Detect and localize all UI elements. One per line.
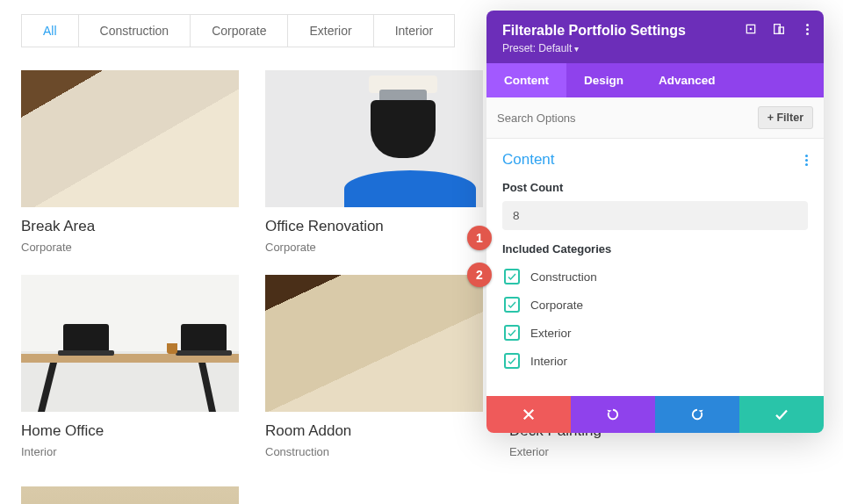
category-item[interactable]: Construction: [502, 263, 808, 291]
save-button[interactable]: [739, 396, 824, 433]
portfolio-card[interactable]: Room Addon Construction: [265, 275, 483, 458]
category-list: Construction Corporate Exterior Interior: [502, 263, 808, 375]
portfolio-category: Interior: [21, 445, 239, 458]
responsive-icon[interactable]: [771, 21, 787, 37]
annotation-1: 1: [467, 226, 492, 250]
section-more-icon[interactable]: [805, 155, 808, 166]
portfolio-filter-tabs: All Construction Corporate Exterior Inte…: [21, 14, 455, 47]
redo-button[interactable]: [655, 396, 739, 433]
post-count-label: Post Count: [502, 181, 808, 194]
checkbox-checked-icon[interactable]: [504, 269, 520, 284]
filter-button[interactable]: Filter: [758, 106, 813, 129]
undo-icon: [605, 407, 621, 422]
category-label: Interior: [530, 355, 567, 368]
settings-panel: Filterable Portfolio Settings Preset: De…: [486, 11, 824, 433]
portfolio-thumb: [265, 275, 483, 412]
portfolio-category: Construction: [265, 445, 483, 458]
checkbox-checked-icon[interactable]: [504, 297, 520, 313]
search-row: Filter: [486, 97, 824, 139]
portfolio-card[interactable]: Deck Renovation Exterior: [21, 486, 239, 504]
portfolio-thumb: [21, 70, 239, 207]
portfolio-title: Break Area: [21, 218, 239, 235]
search-options-input[interactable]: [497, 112, 758, 125]
category-item[interactable]: Exterior: [502, 319, 808, 347]
category-label: Corporate: [530, 299, 583, 312]
cancel-button[interactable]: [486, 396, 571, 433]
filter-tab-construction[interactable]: Construction: [79, 15, 191, 47]
section-title[interactable]: Content: [502, 151, 555, 169]
category-item[interactable]: Interior: [502, 347, 808, 375]
close-icon: [521, 407, 537, 422]
post-count-input[interactable]: [502, 201, 808, 230]
portfolio-category: Corporate: [265, 241, 483, 254]
svg-point-1: [750, 28, 753, 31]
expand-icon[interactable]: [743, 21, 759, 37]
category-item[interactable]: Corporate: [502, 291, 808, 319]
portfolio-category: Exterior: [509, 445, 727, 458]
portfolio-card[interactable]: Home Office Interior: [21, 275, 239, 458]
more-icon[interactable]: [799, 21, 815, 37]
portfolio-card[interactable]: Office Renovation Corporate: [265, 70, 483, 254]
portfolio-card[interactable]: Break Area Corporate: [21, 70, 239, 254]
filter-tab-all[interactable]: All: [22, 15, 79, 47]
category-label: Construction: [530, 270, 597, 284]
included-categories-label: Included Categories: [502, 242, 808, 256]
portfolio-thumb: [21, 275, 239, 412]
category-label: Exterior: [530, 327, 572, 340]
tab-design[interactable]: Design: [566, 63, 641, 97]
portfolio-thumb: [21, 486, 239, 504]
undo-button[interactable]: [571, 396, 655, 433]
panel-tabs: Content Design Advanced: [486, 63, 824, 97]
tab-content[interactable]: Content: [486, 63, 566, 97]
filter-tab-exterior[interactable]: Exterior: [288, 15, 373, 47]
preset-dropdown[interactable]: Preset: Default: [502, 42, 808, 54]
portfolio-title: Room Addon: [265, 422, 483, 440]
portfolio-title: Office Renovation: [265, 218, 483, 235]
check-icon: [774, 407, 789, 422]
portfolio-thumb: [265, 70, 483, 207]
tab-advanced[interactable]: Advanced: [641, 63, 733, 97]
panel-actions: [486, 396, 824, 433]
portfolio-category: Corporate: [21, 241, 239, 254]
annotation-2: 2: [467, 263, 492, 287]
filter-tab-interior[interactable]: Interior: [374, 15, 455, 47]
checkbox-checked-icon[interactable]: [504, 353, 520, 369]
filter-tab-corporate[interactable]: Corporate: [191, 15, 288, 47]
redo-icon: [689, 407, 705, 422]
portfolio-title: Home Office: [21, 422, 239, 440]
panel-header: Filterable Portfolio Settings Preset: De…: [486, 11, 824, 63]
checkbox-checked-icon[interactable]: [504, 325, 520, 341]
